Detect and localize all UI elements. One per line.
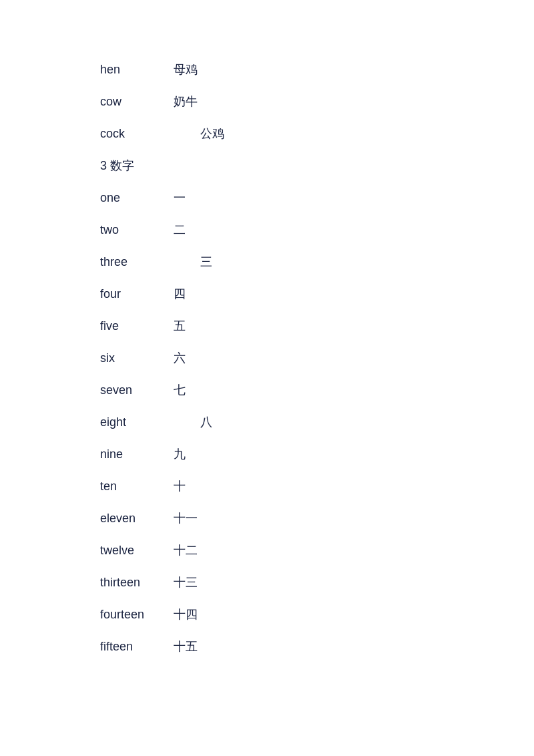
chinese-word: 十三 (174, 574, 198, 590)
chinese-word: 母鸡 (174, 61, 198, 77)
chinese-word: 九 (174, 446, 186, 462)
number-row: fourteen十四 (100, 598, 534, 630)
english-word: twelve (100, 544, 174, 558)
english-word: thirteen (100, 576, 174, 590)
number-row: four四 (100, 278, 534, 310)
number-row: eight八 (100, 406, 534, 438)
english-word: cow (100, 95, 174, 109)
chinese-word: 奶牛 (174, 93, 198, 110)
number-row: one一 (100, 182, 534, 214)
chinese-word: 十 (174, 478, 186, 494)
number-row: nine九 (100, 438, 534, 470)
chinese-word: 一 (174, 190, 186, 206)
english-word: four (100, 287, 174, 301)
main-content: hen母鸡cow奶牛cock公鸡 3 数字 one一two二three三four… (0, 0, 534, 716)
chinese-word: 六 (174, 350, 186, 366)
vocab-row: cow奶牛 (100, 85, 534, 118)
chinese-word: 八 (200, 414, 212, 430)
english-word: six (100, 351, 174, 365)
chinese-word: 公鸡 (200, 126, 224, 142)
english-word: nine (100, 447, 174, 461)
english-word: eleven (100, 512, 174, 526)
chinese-word: 十二 (174, 542, 198, 558)
number-row: ten十 (100, 470, 534, 502)
english-word: eight (100, 415, 174, 429)
english-word: cock (100, 127, 174, 141)
number-row: fifteen十五 (100, 630, 534, 663)
vocab-list: hen母鸡cow奶牛cock公鸡 (100, 53, 534, 150)
english-word: fifteen (100, 640, 174, 654)
chinese-word: 十四 (174, 606, 198, 622)
number-row: eleven十一 (100, 502, 534, 534)
number-row: two二 (100, 214, 534, 246)
number-row: six六 (100, 342, 534, 374)
english-word: hen (100, 63, 174, 77)
chinese-word: 五 (174, 318, 186, 334)
number-row: seven七 (100, 374, 534, 406)
chinese-word: 十五 (174, 638, 198, 654)
english-word: one (100, 191, 174, 205)
english-word: two (100, 223, 174, 237)
number-row: thirteen十三 (100, 566, 534, 598)
number-row: five五 (100, 310, 534, 342)
vocab-row: cock公鸡 (100, 118, 534, 150)
vocab-row: hen母鸡 (100, 53, 534, 85)
english-word: five (100, 319, 174, 333)
chinese-word: 十一 (174, 510, 198, 526)
numbers-list: one一two二three三four四five五six六seven七eight八… (100, 182, 534, 663)
chinese-word: 三 (200, 254, 212, 270)
chinese-word: 七 (174, 382, 186, 398)
number-row: twelve十二 (100, 534, 534, 566)
chinese-word: 二 (174, 222, 186, 238)
number-row: three三 (100, 246, 534, 278)
english-word: fourteen (100, 608, 174, 622)
english-word: ten (100, 480, 174, 494)
english-word: seven (100, 383, 174, 397)
english-word: three (100, 255, 174, 269)
chinese-word: 四 (174, 286, 186, 302)
section-header: 3 数字 (100, 150, 534, 182)
